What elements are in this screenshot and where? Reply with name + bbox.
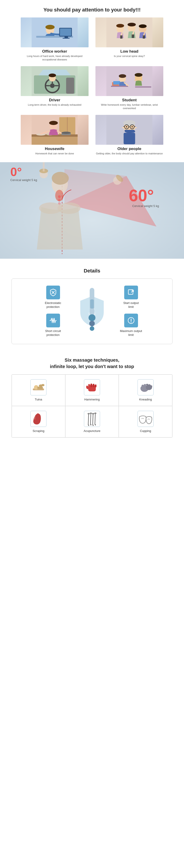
person-card-lowhead: Low head Is your cervical spine okay? <box>96 18 163 62</box>
svg-text:Cervical weight 5 kg: Cervical weight 5 kg <box>132 204 159 208</box>
details-section: Details 100 SAFE <box>0 261 184 351</box>
person-card-elderly: Older people Getting older, the body sho… <box>96 115 163 155</box>
massage-cell-cupping: Cupping <box>119 406 172 437</box>
person-name-office: Office worker <box>21 49 88 54</box>
svg-text:Cervical weight 5 kg: Cervical weight 5 kg <box>10 178 37 182</box>
svg-point-33 <box>119 74 126 78</box>
person-name-student: Student <box>96 98 163 102</box>
svg-rect-101 <box>93 384 95 387</box>
persons-grid: Office worker Long hours of hard work, h… <box>21 18 163 155</box>
attention-section: You should pay attention to your body!!! <box>0 0 184 160</box>
svg-point-107 <box>144 384 146 386</box>
massage-title: Six massage techniques,infinite loop, le… <box>7 357 177 370</box>
cupping-icon <box>138 411 153 427</box>
hammering-icon <box>84 379 100 395</box>
details-title: Details <box>9 268 175 274</box>
angle-diagram: 0° Cervical weight 5 kg 60° Cervical wei… <box>0 162 184 259</box>
massage-cell-hammering: Hammering <box>65 374 119 406</box>
svg-point-86 <box>90 326 94 331</box>
electrostatic-icon-box <box>46 286 60 299</box>
person-desc-student: Write homework every day, lumbar vertebr… <box>96 103 163 110</box>
massage-cell-tuina: Tuina <box>12 374 65 406</box>
svg-marker-120 <box>90 424 91 426</box>
start-output-label: Start outputlimit <box>123 301 139 309</box>
svg-point-17 <box>139 24 147 28</box>
svg-rect-83 <box>90 299 94 309</box>
svg-point-106 <box>141 384 144 386</box>
svg-text:60°: 60° <box>129 186 154 205</box>
scraping-label: Scraping <box>33 429 44 433</box>
person-desc-office: Long hours of hard work, have already de… <box>21 55 88 62</box>
kneading-label: Kneading <box>139 398 152 401</box>
svg-point-115 <box>88 413 90 414</box>
person-image-driver <box>21 66 88 96</box>
svg-rect-38 <box>32 135 78 145</box>
svg-point-47 <box>62 132 71 134</box>
svg-point-116 <box>90 412 92 414</box>
short-circuit-icon <box>49 316 57 324</box>
svg-rect-102 <box>95 384 97 388</box>
svg-point-69 <box>52 172 69 185</box>
person-card-driver: Driver Long-term driver, the body is alr… <box>21 66 88 110</box>
svg-rect-76 <box>43 162 45 172</box>
device-illustration <box>83 288 101 334</box>
acupuncture-icon <box>84 411 100 427</box>
svg-point-11 <box>116 24 124 28</box>
svg-rect-13 <box>132 34 134 38</box>
svg-rect-36 <box>135 86 151 88</box>
person-name-housewife: Housewife <box>21 147 88 151</box>
acupuncture-label: Acupuncture <box>83 429 100 433</box>
svg-line-112 <box>90 413 91 424</box>
svg-point-109 <box>148 384 151 386</box>
svg-point-117 <box>92 413 94 414</box>
person-desc-housewife: Homework that can never be done <box>21 152 88 155</box>
cupping-label: Cupping <box>140 429 151 433</box>
person-card-housewife: Housewife Homework that can never be don… <box>21 115 88 155</box>
person-desc-elderly: Getting older, the body should pay atten… <box>96 152 163 155</box>
svg-point-118 <box>94 412 97 414</box>
person-image-lowhead <box>96 18 163 47</box>
svg-point-21 <box>50 84 55 88</box>
svg-rect-6 <box>63 38 70 39</box>
svg-line-114 <box>95 413 96 424</box>
svg-rect-99 <box>88 384 90 387</box>
svg-point-7 <box>46 25 55 29</box>
svg-point-26 <box>49 73 56 77</box>
tuina-icon-box <box>30 379 47 395</box>
person-image-office <box>21 18 88 47</box>
angle-section: 0° Cervical weight 5 kg 60° Cervical wei… <box>0 162 184 259</box>
short-circuit-label: Short circuitprotection <box>45 329 61 337</box>
cupping-icon-box <box>137 411 154 427</box>
electrostatic-label: Electrostaticprotection <box>45 301 61 309</box>
svg-point-57 <box>132 126 133 127</box>
acupuncture-icon-box <box>84 411 100 427</box>
svg-point-50 <box>123 120 136 126</box>
svg-point-56 <box>126 126 127 127</box>
short-circuit-icon-box <box>46 314 60 328</box>
person-desc-driver: Long-term driver, the body is already ex… <box>21 103 88 106</box>
svg-point-108 <box>146 384 148 385</box>
max-output-label: Maximum outputlimit <box>120 329 142 337</box>
kneading-icon-box <box>137 379 154 395</box>
svg-point-45 <box>49 121 58 125</box>
svg-rect-29 <box>111 86 128 87</box>
page-title: You should pay attention to your body!!! <box>9 7 175 13</box>
person-name-elderly: Older people <box>96 147 163 151</box>
svg-point-84 <box>88 314 96 321</box>
start-output-icon <box>127 288 135 297</box>
person-name-lowhead: Low head <box>96 49 163 54</box>
svg-marker-122 <box>95 424 96 426</box>
person-card-student: Student Write homework every day, lumbar… <box>96 66 163 110</box>
details-box: 100 SAFE <box>11 278 173 344</box>
svg-point-14 <box>128 23 136 26</box>
svg-rect-10 <box>120 35 123 39</box>
svg-point-65 <box>58 199 61 202</box>
kneading-icon <box>138 379 153 395</box>
tuina-label: Tuina <box>35 398 42 401</box>
svg-point-97 <box>42 384 45 386</box>
massage-grid: Tuina Hammering <box>11 374 173 438</box>
tuina-icon <box>31 379 46 395</box>
svg-marker-121 <box>93 425 94 426</box>
start-output-icon-box <box>124 286 138 299</box>
person-image-elderly <box>96 115 163 145</box>
